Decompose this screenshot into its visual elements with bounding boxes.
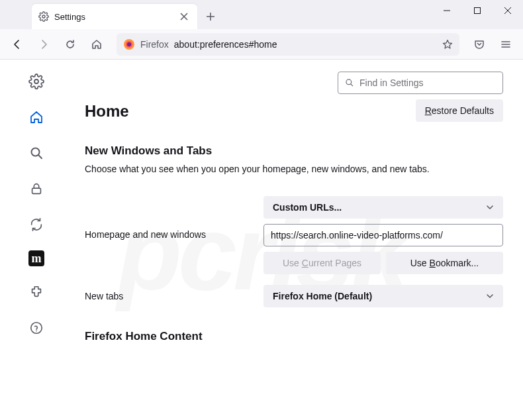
sidebar-item-home[interactable] <box>26 107 46 127</box>
sidebar-item-general[interactable] <box>26 72 46 91</box>
pocket-icon[interactable] <box>469 34 490 55</box>
chevron-down-icon <box>486 292 494 300</box>
main-panel: Find in Settings Home Restore Defaults N… <box>73 60 523 420</box>
select-value: Custom URLs... <box>273 202 342 213</box>
svg-rect-1 <box>475 8 481 14</box>
newtabs-label: New tabs <box>85 291 263 301</box>
svg-point-8 <box>31 323 42 334</box>
url-value: https://search.online-video-platforms.co… <box>271 230 443 240</box>
nav-toolbar: Firefox about:preferences#home <box>0 29 523 60</box>
use-bookmark-button[interactable]: Use Bookmark... <box>386 252 503 274</box>
home-button[interactable] <box>86 34 107 55</box>
gear-icon <box>38 11 49 22</box>
sidebar-item-search[interactable] <box>26 143 46 163</box>
sidebar-item-more[interactable]: m <box>28 250 44 266</box>
svg-point-4 <box>127 42 131 46</box>
tab-title: Settings <box>54 12 172 22</box>
sidebar-item-extensions[interactable] <box>26 282 46 302</box>
restore-defaults-button[interactable]: Restore Defaults <box>416 99 503 122</box>
homepage-url-input[interactable]: https://search.online-video-platforms.co… <box>263 224 503 246</box>
close-window-button[interactable] <box>493 0 523 21</box>
newtabs-select[interactable]: Firefox Home (Default) <box>263 285 503 307</box>
back-button[interactable] <box>7 34 28 55</box>
homepage-label: Homepage and new windows <box>85 196 263 240</box>
svg-point-5 <box>34 79 38 83</box>
content-area: pcrisk m Find in Settings Home Restore D… <box>0 60 523 420</box>
url-bar[interactable]: Firefox about:preferences#home <box>117 33 459 56</box>
maximize-button[interactable] <box>462 0 493 21</box>
chevron-down-icon <box>486 203 494 211</box>
browser-tab[interactable]: Settings <box>32 4 197 29</box>
svg-rect-7 <box>32 188 41 193</box>
titlebar: Settings <box>0 0 523 29</box>
svg-point-0 <box>42 15 45 18</box>
sidebar: m <box>0 60 73 420</box>
section-description: Choose what you see when you open your h… <box>85 163 503 176</box>
sidebar-item-sync[interactable] <box>26 215 46 235</box>
minimize-button[interactable] <box>432 0 462 21</box>
use-current-pages-button[interactable]: Use Current Pages <box>263 252 381 274</box>
sidebar-item-privacy[interactable] <box>26 179 46 199</box>
firefox-icon <box>123 38 135 50</box>
section-heading-2: Firefox Home Content <box>85 330 503 343</box>
section-heading: New Windows and Tabs <box>85 144 503 158</box>
search-placeholder: Find in Settings <box>359 78 424 88</box>
url-context: Firefox <box>140 39 169 50</box>
homepage-select[interactable]: Custom URLs... <box>263 196 503 219</box>
url-text: about:preferences#home <box>174 39 437 50</box>
reload-button[interactable] <box>60 34 81 55</box>
new-tab-button[interactable] <box>200 6 221 27</box>
page-title: Home <box>85 102 129 121</box>
close-icon[interactable] <box>177 10 191 23</box>
sidebar-item-help[interactable] <box>26 318 46 338</box>
select-value: Firefox Home (Default) <box>273 291 372 301</box>
forward-button[interactable] <box>33 34 54 55</box>
bookmark-star-icon[interactable] <box>442 39 453 50</box>
window-controls <box>432 0 523 29</box>
search-input[interactable]: Find in Settings <box>338 72 503 94</box>
menu-button[interactable] <box>495 34 516 55</box>
search-icon <box>345 78 354 87</box>
